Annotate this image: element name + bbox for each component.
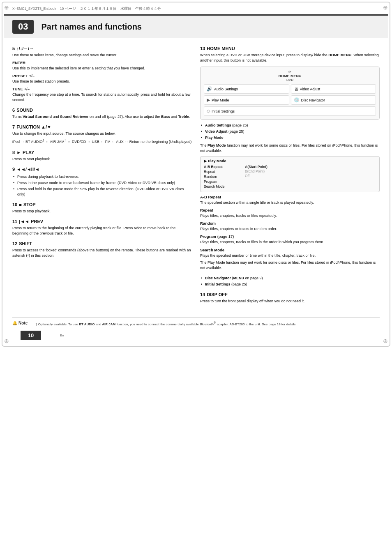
list-item: Press during playback to fast-reverse. bbox=[12, 174, 192, 180]
menu-item-video-adjust: 🖥 Video Adjust bbox=[291, 84, 376, 94]
section-8-title: PLAY bbox=[23, 150, 34, 155]
section-13-bullets: Audio Settings (page 25) Video Adjust (p… bbox=[200, 123, 380, 140]
section-7-heading: 7 FUNCTION ▲/▼ bbox=[12, 124, 192, 129]
random-body: Plays titles, chapters or tracks in rand… bbox=[200, 226, 380, 232]
section-10: 10 ■ STOP Press to stop playback. bbox=[12, 202, 192, 214]
corner-tr: ⊕ bbox=[383, 4, 388, 11]
section-11: 11 |◄◄ PREV Press to return to the begin… bbox=[12, 219, 192, 236]
main-content: 5 ↑/↓/←/→ Use these to select items, cha… bbox=[4, 38, 388, 313]
chapter-title: Part names and functions bbox=[41, 22, 142, 32]
menu-item-initial-settings-label: Initial Settings bbox=[212, 109, 235, 113]
section-11-num: 11 bbox=[12, 219, 17, 224]
play-mode-item-random: Random bbox=[204, 175, 241, 179]
enter-body: Use this to implement the selected item … bbox=[12, 66, 192, 71]
menu-item-initial-settings: ◇ Initial Settings bbox=[204, 106, 376, 116]
section-5-body: Use these to select items, change settin… bbox=[12, 53, 192, 58]
section-9: 9 ◄◄/◄II/◄ Press during playback to fast… bbox=[12, 167, 192, 197]
note-box: 🔔 Note † Optionally available. To use BT… bbox=[12, 317, 380, 327]
program-heading: Program (page 17) bbox=[200, 234, 380, 239]
section-14-body: Press to turn the front panel display of… bbox=[200, 299, 380, 304]
preset-heading: PRESET +/– bbox=[12, 74, 192, 78]
home-menu-title: ⟳ HOME MENUDVD bbox=[204, 70, 376, 82]
page-number: 10 bbox=[21, 331, 41, 340]
play-mode-item-search: Search Mode bbox=[204, 184, 241, 189]
section-6-body: Turns Virtual Surround and Sound Retriev… bbox=[12, 114, 192, 120]
chapter-number: 03 bbox=[12, 20, 34, 34]
play-mode-left: A-B Repeat Repeat Random Program Search … bbox=[204, 165, 241, 189]
section-8-num: 8 bbox=[12, 150, 15, 155]
home-menu-box: ⟳ HOME MENUDVD 🔊 Audio Settings 🖥 Video … bbox=[200, 67, 380, 120]
list-item: Initial Settings (page 25) bbox=[200, 282, 380, 287]
repeat-body: Plays titles, chapters, tracks or files … bbox=[200, 213, 380, 219]
note-label: Note bbox=[18, 321, 28, 325]
list-item: Play Mode bbox=[200, 135, 380, 140]
play-mode-option-a: A(Start Point) bbox=[245, 165, 267, 169]
section-5-icon: ↑/↓/←/→ bbox=[16, 46, 34, 51]
section-6-title: SOUND bbox=[16, 108, 33, 113]
menu-item-disc-navigator: 💿 Disc Navigator bbox=[291, 95, 376, 105]
play-mode-item-repeat: Repeat bbox=[204, 170, 241, 174]
list-item: Press and hold in the pause mode for slo… bbox=[12, 186, 192, 197]
play-mode-item-ab-repeat: A-B Repeat bbox=[204, 165, 241, 169]
play-mode-header-label: Play Mode bbox=[208, 159, 226, 163]
tune-heading: TUNE +/– bbox=[12, 87, 192, 91]
disc-navigator-icon: 💿 bbox=[294, 97, 300, 103]
section-13: 13 HOME MENU When selecting a DVD or USB… bbox=[200, 46, 380, 287]
section-14: 14 DISP OFF Press to turn the front pane… bbox=[200, 292, 380, 304]
section-11-body: Press to return to the beginning of the … bbox=[12, 226, 192, 236]
initial-settings-icon: ◇ bbox=[207, 108, 210, 114]
page-container: ⊕ ⊕ ⊕ ⊕ X–SMC1_SYXZT8_En.book 10 ページ ２０１… bbox=[2, 2, 390, 347]
video-adjust-icon: 🖥 bbox=[294, 87, 298, 92]
section-8-heading: 8 ► PLAY bbox=[12, 150, 192, 155]
menu-item-audio-settings-label: Audio Settings bbox=[214, 87, 238, 91]
section-7-title: FUNCTION ▲/▼ bbox=[16, 124, 51, 129]
play-mode-icon: ▶ bbox=[207, 97, 210, 103]
section-12-heading: 12 SHIFT bbox=[12, 241, 192, 246]
section-9-num: 9 bbox=[12, 167, 15, 172]
enter-heading: ENTER bbox=[12, 60, 192, 65]
section-7-chain: iPod ↔ BT AUDIO† ↔ AIR JAM† ↔ DVD/CD ↔ U… bbox=[12, 138, 192, 145]
list-item: Disc Navigator (MENU on page 9) bbox=[200, 276, 380, 281]
note-symbol: 🔔 bbox=[12, 321, 17, 325]
corner-br: ⊕ bbox=[383, 338, 388, 344]
section-7-body: Use to change the input source. The sour… bbox=[12, 131, 192, 136]
section-5-num: 5 bbox=[12, 46, 15, 51]
section-10-body: Press to stop playback. bbox=[12, 209, 192, 214]
section-13-heading: 13 HOME MENU bbox=[200, 46, 380, 51]
corner-tl: ⊕ bbox=[4, 4, 9, 11]
section-13-title: HOME MENU bbox=[207, 46, 235, 51]
section-13-body: When selecting a DVD or USB storage devi… bbox=[200, 53, 380, 63]
play-mode-option-b: B(End Point) bbox=[245, 169, 267, 173]
section-14-heading: 14 DISP OFF bbox=[200, 292, 380, 297]
section-12-title: SHIFT bbox=[19, 241, 32, 246]
ab-repeat-body: The specified section within a single ti… bbox=[200, 200, 380, 205]
note-text: † Optionally available. To use BT AUDIO … bbox=[35, 321, 297, 327]
preset-body: Use these to select station presets. bbox=[12, 79, 192, 84]
section-9-heading: 9 ◄◄/◄II/◄ bbox=[12, 167, 192, 172]
list-item: Audio Settings (page 25) bbox=[200, 123, 380, 128]
program-body: Plays titles, chapters, tracks or files … bbox=[200, 239, 380, 245]
menu-item-play-mode-label: Play Mode bbox=[212, 98, 229, 102]
chapter-header: 03 Part names and functions bbox=[4, 14, 388, 38]
top-bar-text: X–SMC1_SYXZT8_En.book 10 ページ ２０１１年６月１５日 … bbox=[12, 7, 161, 12]
corner-bl: ⊕ bbox=[4, 338, 9, 344]
list-item: Video Adjust (page 25) bbox=[200, 129, 380, 134]
section-9-icon: ◄◄/◄II/◄ bbox=[16, 167, 39, 172]
play-mode-box-header: ▶ Play Mode bbox=[204, 159, 376, 163]
play-mode-right: A(Start Point) B(End Point) Off bbox=[245, 165, 267, 189]
section-12-num: 12 bbox=[12, 241, 17, 246]
section-7-num: 7 bbox=[12, 124, 15, 129]
page-footer: 10 En bbox=[12, 331, 380, 340]
menu-item-video-adjust-label: Video Adjust bbox=[300, 87, 321, 91]
section-11-title: PREV bbox=[31, 219, 43, 224]
ab-repeat-heading: A-B Repeat bbox=[200, 195, 380, 199]
play-mode-footer: The Play Mode function may not work for … bbox=[200, 260, 380, 271]
play-mode-option-off: Off bbox=[245, 174, 267, 178]
section-10-icon: ■ bbox=[19, 202, 22, 207]
menu-item-audio-settings: 🔊 Audio Settings bbox=[204, 84, 289, 94]
section-9-list: Press during playback to fast-reverse. P… bbox=[12, 174, 192, 197]
section-13-bottom-bullets: Disc Navigator (MENU on page 9) Initial … bbox=[200, 276, 380, 287]
section-14-num: 14 bbox=[200, 292, 205, 297]
home-menu-icon: ⟳ bbox=[204, 70, 376, 74]
tune-body: Change the frequency one step at a time.… bbox=[12, 92, 192, 103]
